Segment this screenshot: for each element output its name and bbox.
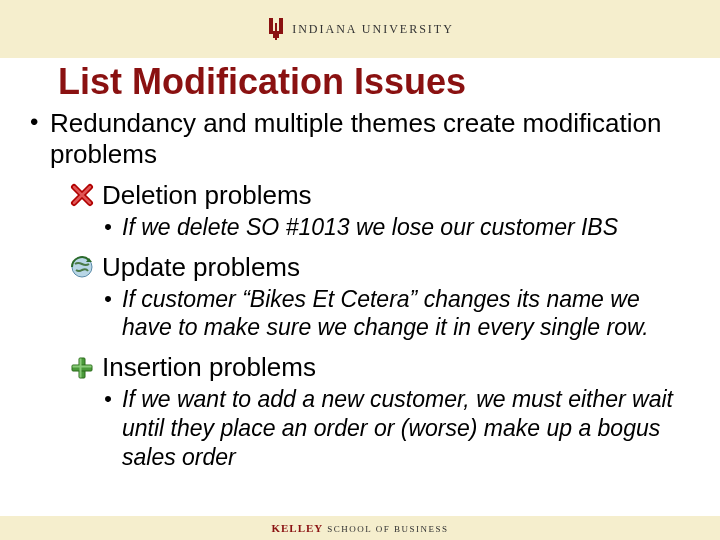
svg-rect-5 bbox=[73, 365, 92, 367]
header-band: INDIANA UNIVERSITY bbox=[0, 0, 720, 58]
institution-name: INDIANA UNIVERSITY bbox=[292, 22, 454, 37]
delete-x-icon bbox=[68, 182, 96, 208]
footer-band: KELLEY SCHOOL OF BUSINESS bbox=[0, 516, 720, 540]
plus-add-icon bbox=[68, 355, 96, 381]
slide-title: List Modification Issues bbox=[58, 62, 720, 102]
section-insertion: Insertion problems bbox=[68, 352, 692, 383]
sub-bullet: If customer “Bikes Et Cetera” changes it… bbox=[104, 285, 682, 343]
main-bullet: Redundancy and multiple themes create mo… bbox=[28, 108, 692, 170]
section-label: Deletion problems bbox=[102, 180, 312, 211]
slide-content: Redundancy and multiple themes create mo… bbox=[0, 108, 720, 472]
kelley-rest: SCHOOL OF BUSINESS bbox=[327, 524, 448, 534]
kelley-word: KELLEY bbox=[271, 522, 323, 534]
svg-rect-4 bbox=[80, 358, 82, 377]
iu-logo: INDIANA UNIVERSITY bbox=[266, 16, 454, 42]
kelley-logo: KELLEY SCHOOL OF BUSINESS bbox=[271, 522, 448, 534]
section-label: Update problems bbox=[102, 252, 300, 283]
iu-trident-icon bbox=[266, 16, 286, 42]
sub-bullet: If we want to add a new customer, we mus… bbox=[104, 385, 682, 471]
section-label: Insertion problems bbox=[102, 352, 316, 383]
globe-refresh-icon bbox=[68, 254, 96, 280]
sub-bullet: If we delete SO #1013 we lose our custom… bbox=[104, 213, 682, 242]
section-update: Update problems bbox=[68, 252, 692, 283]
section-deletion: Deletion problems bbox=[68, 180, 692, 211]
